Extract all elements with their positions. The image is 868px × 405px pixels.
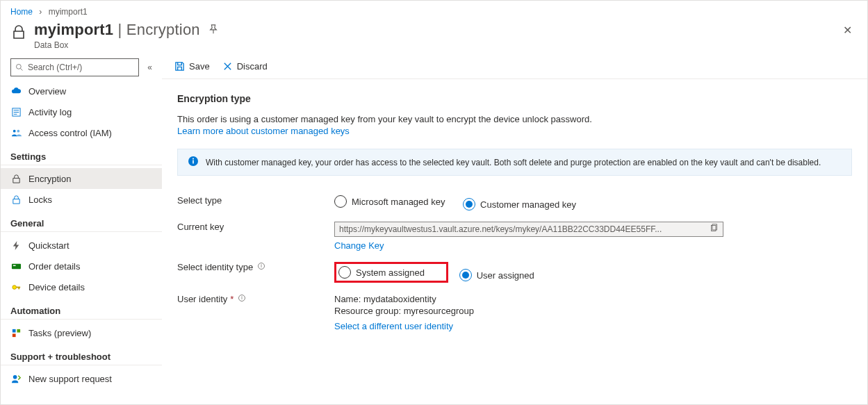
sidebar-section-general: General — [1, 210, 162, 232]
sidebar-item-activity-log[interactable]: Activity log — [1, 101, 162, 122]
sidebar-item-locks[interactable]: Locks — [1, 189, 162, 210]
collapse-sidebar-icon[interactable]: « — [147, 63, 152, 72]
svg-point-6 — [13, 129, 15, 132]
sidebar-item-encryption[interactable]: Encryption — [1, 168, 162, 189]
svg-line-1 — [21, 69, 23, 71]
save-button[interactable]: Save — [174, 61, 210, 72]
people-icon — [10, 127, 22, 138]
sidebar-section-support: Support + troubleshoot — [1, 343, 162, 365]
current-key-value: https://mykeyvaultwestus1.vault.azure.ne… — [334, 222, 723, 237]
info-hint-icon[interactable]: i — [257, 262, 265, 272]
change-key-link[interactable]: Change Key — [334, 240, 384, 251]
breadcrumb: Home › myimport1 — [1, 1, 867, 21]
label-select-identity-type: Select identity type i — [177, 262, 334, 272]
pin-icon[interactable] — [208, 24, 218, 36]
order-icon — [10, 261, 22, 272]
cloud-icon — [10, 85, 22, 97]
lock-icon — [10, 21, 27, 42]
lock-icon — [10, 194, 22, 205]
radio-user-assigned[interactable]: User assigned — [459, 269, 534, 281]
sidebar-item-iam[interactable]: Access control (IAM) — [1, 122, 162, 143]
search-input[interactable]: Search (Ctrl+/) — [10, 58, 139, 76]
identity-resource-group: Resource group: myresourcegroup — [334, 306, 852, 316]
label-current-key: Current key — [177, 222, 334, 232]
page-header: myimport1 | Encryption Data Box ✕ — [1, 21, 867, 58]
page-subtitle: Data Box — [34, 40, 837, 50]
close-icon[interactable]: ✕ — [837, 21, 858, 40]
lock-icon — [10, 173, 22, 184]
log-icon — [10, 106, 22, 117]
toolbar: Save Discard — [162, 58, 867, 79]
svg-rect-9 — [13, 265, 15, 265]
sidebar-item-tasks[interactable]: Tasks (preview) — [1, 322, 162, 343]
key-icon — [10, 281, 22, 292]
sidebar: Search (Ctrl+/) « Overview Activity log … — [1, 58, 162, 399]
svg-point-19 — [193, 158, 194, 160]
svg-point-10 — [12, 285, 16, 289]
svg-rect-15 — [12, 333, 15, 337]
discard-button[interactable]: Discard — [222, 61, 268, 72]
label-select-type: Select type — [177, 195, 334, 206]
radio-microsoft-managed-key[interactable]: Microsoft managed key — [334, 195, 445, 208]
svg-rect-18 — [193, 160, 194, 164]
save-icon — [174, 61, 185, 72]
sidebar-section-automation: Automation — [1, 297, 162, 320]
learn-more-link[interactable]: Learn more about customer managed keys — [177, 126, 350, 136]
sidebar-item-device-details[interactable]: Device details — [1, 276, 162, 297]
select-different-identity-link[interactable]: Select a different user identity — [334, 321, 453, 331]
tasks-icon — [10, 327, 22, 338]
sidebar-item-new-support[interactable]: New support request — [1, 368, 162, 389]
sidebar-item-order-details[interactable]: Order details — [1, 256, 162, 276]
svg-rect-13 — [12, 329, 15, 332]
chevron-right-icon: › — [39, 7, 42, 17]
lightning-icon — [10, 240, 22, 251]
svg-point-16 — [13, 374, 17, 379]
info-hint-icon[interactable]: i — [238, 294, 246, 304]
search-icon — [15, 63, 24, 72]
svg-rect-14 — [17, 329, 20, 332]
main-panel: Save Discard Encryption type This order … — [162, 58, 867, 399]
svg-point-7 — [17, 129, 19, 132]
info-icon — [188, 156, 199, 169]
discard-icon — [222, 61, 233, 72]
svg-text:i: i — [242, 295, 243, 300]
sidebar-item-quickstart[interactable]: Quickstart — [1, 235, 162, 256]
encryption-description: This order is using a customer managed k… — [177, 114, 852, 124]
identity-name: Name: mydataboxidentity — [334, 294, 852, 304]
page-title: myimport1 | Encryption — [34, 21, 200, 39]
svg-point-0 — [17, 65, 22, 69]
sidebar-section-settings: Settings — [1, 143, 162, 165]
svg-rect-8 — [11, 263, 20, 269]
svg-text:i: i — [261, 263, 262, 268]
breadcrumb-current: myimport1 — [49, 7, 88, 17]
breadcrumb-home[interactable]: Home — [10, 7, 33, 17]
radio-customer-managed-key[interactable]: Customer managed key — [463, 198, 576, 210]
label-user-identity: User identity* i — [177, 294, 334, 304]
support-icon — [10, 373, 22, 384]
copy-icon[interactable] — [710, 224, 719, 235]
radio-system-assigned[interactable]: System assigned — [338, 266, 425, 279]
info-banner: With customer managed key, your order ha… — [177, 149, 852, 176]
section-title-encryption-type: Encryption type — [177, 93, 852, 104]
sidebar-item-overview[interactable]: Overview — [1, 81, 162, 101]
highlight-system-assigned: System assigned — [334, 262, 448, 283]
